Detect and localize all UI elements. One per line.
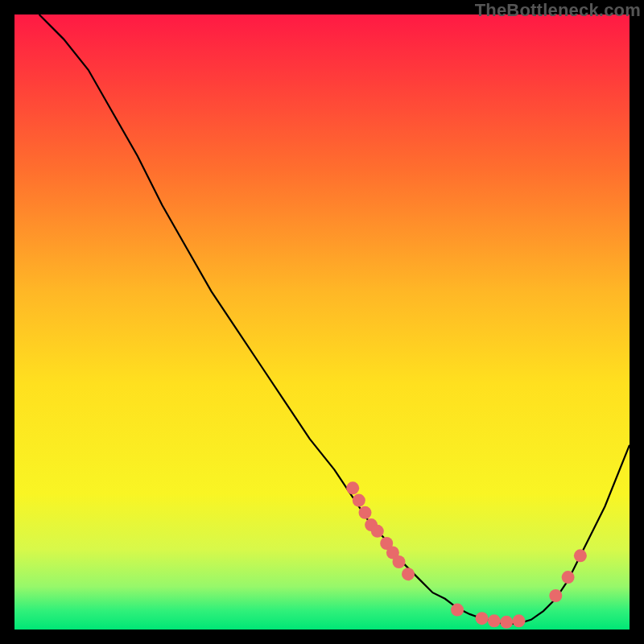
data-dot [451, 604, 464, 617]
data-dot [402, 568, 415, 580]
data-dot [353, 494, 365, 507]
data-dot [562, 571, 575, 584]
data-dots [346, 481, 587, 629]
watermark-text: TheBottleneck.com [475, 0, 641, 21]
data-dot [346, 481, 359, 494]
data-dot [371, 525, 384, 538]
chart-container: TheBottleneck.com [0, 0, 644, 644]
data-dot [488, 614, 501, 627]
data-dot [476, 612, 489, 625]
data-dot [574, 549, 587, 562]
data-dot [513, 614, 526, 627]
curve-line [39, 14, 630, 624]
data-dot [393, 555, 406, 568]
data-dot [359, 506, 372, 519]
data-dot [500, 616, 513, 629]
chart-overlay [14, 14, 630, 630]
data-dot [549, 589, 562, 602]
